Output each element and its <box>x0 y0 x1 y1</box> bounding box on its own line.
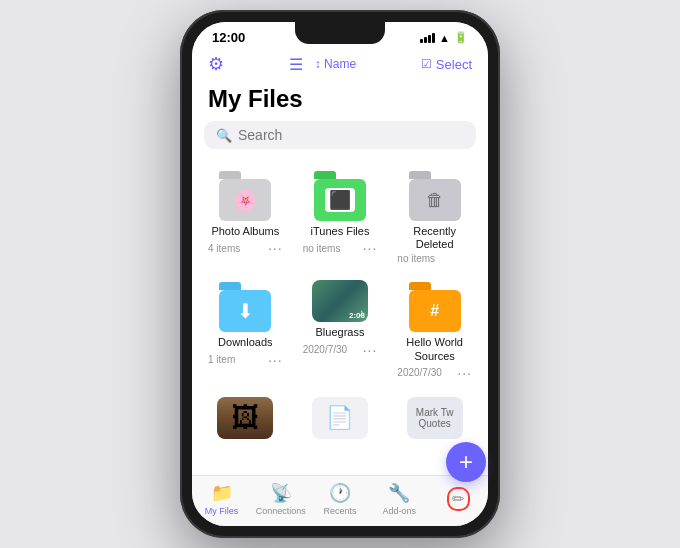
toolbar: ⚙ ☰ ↕ Name ☑ Select <box>192 49 488 81</box>
file-name: Downloads <box>218 336 272 349</box>
list-icon[interactable]: ☰ <box>289 55 303 74</box>
more-icon[interactable]: ··· <box>363 240 378 256</box>
notch <box>295 22 385 44</box>
add-icon: + <box>459 448 473 476</box>
mona-lisa-thumb: 🖼 <box>217 397 273 439</box>
file-meta: 1 item ··· <box>204 352 287 368</box>
tab-label: Add-ons <box>382 506 416 516</box>
search-input[interactable] <box>238 127 464 143</box>
addons-icon: 🔧 <box>388 482 410 504</box>
phone-screen: 12:00 ▲ 🔋 ⚙ ☰ ↕ Name ☑ Select <box>192 22 488 526</box>
file-name: Photo Albums <box>211 225 279 238</box>
list-item[interactable]: # Hello World Sources 2020/7/30 ··· <box>389 272 480 384</box>
video-bluegrass-thumb: 2:08 ♪ <box>312 280 368 322</box>
page-title: My Files <box>192 81 488 121</box>
edit-tab-highlight: ✏ <box>447 487 470 511</box>
tab-connections[interactable]: 📡 Connections <box>251 482 310 516</box>
file-meta: no items <box>393 253 476 264</box>
file-meta: no items ··· <box>299 240 382 256</box>
list-item[interactable]: 2:08 ♪ Bluegrass 2020/7/30 ··· <box>295 272 386 384</box>
edit-icon: ✏ <box>452 490 465 507</box>
wifi-icon: ▲ <box>439 32 450 44</box>
file-count: no items <box>303 243 341 254</box>
file-meta: 4 items ··· <box>204 240 287 256</box>
toolbar-center: ☰ ↕ Name <box>289 55 356 74</box>
sort-icon[interactable]: ↕ Name <box>315 57 356 71</box>
tab-label: Recents <box>323 506 356 516</box>
tab-recents[interactable]: 🕐 Recents <box>310 482 369 516</box>
files-grid: 🌸 Photo Albums 4 items ··· ⬛ iTunes File… <box>192 157 488 475</box>
tab-label: Connections <box>256 506 306 516</box>
file-date: 2020/7/30 <box>397 367 442 378</box>
file-name: Bluegrass <box>316 326 365 339</box>
tab-edit[interactable]: ✏ <box>429 487 488 511</box>
list-item[interactable]: 🗑 Recently Deleted no items <box>389 161 480 268</box>
more-icon[interactable]: ··· <box>457 365 472 381</box>
folder-photo-albums-icon: 🌸 <box>217 169 273 221</box>
select-checkbox-icon: ☑ <box>421 57 432 71</box>
folder-hello-world-icon: # <box>407 280 463 332</box>
file-name: Hello World Sources <box>393 336 476 362</box>
search-icon: 🔍 <box>216 128 232 143</box>
file-meta: 2020/7/30 ··· <box>299 342 382 358</box>
folder-downloads-icon: ⬇ <box>217 280 273 332</box>
list-item[interactable]: 🖼 <box>200 389 291 447</box>
tab-label: My Files <box>205 506 239 516</box>
my-files-icon: 📁 <box>211 482 233 504</box>
tab-addons[interactable]: 🔧 Add-ons <box>370 482 429 516</box>
search-bar[interactable]: 🔍 <box>204 121 476 149</box>
list-item[interactable]: ⬇ Downloads 1 item ··· <box>200 272 291 384</box>
more-icon[interactable]: ··· <box>268 240 283 256</box>
status-icons: ▲ 🔋 <box>420 31 468 44</box>
tab-my-files[interactable]: 📁 My Files <box>192 482 251 516</box>
more-icon[interactable]: ··· <box>363 342 378 358</box>
settings-icon[interactable]: ⚙ <box>208 53 224 75</box>
connections-icon: 📡 <box>270 482 292 504</box>
select-button[interactable]: ☑ Select <box>421 57 472 72</box>
doc-thumb: 📄 <box>312 397 368 439</box>
folder-itunes-icon: ⬛ <box>312 169 368 221</box>
music-note-icon: ♪ <box>359 307 364 318</box>
file-count: no items <box>397 253 435 264</box>
more-icon[interactable]: ··· <box>268 352 283 368</box>
file-date: 2020/7/30 <box>303 344 348 355</box>
file-count: 1 item <box>208 354 235 365</box>
file-name: iTunes Files <box>311 225 370 238</box>
file-count: 4 items <box>208 243 240 254</box>
list-item[interactable]: 🌸 Photo Albums 4 items ··· <box>200 161 291 268</box>
list-item[interactable]: 📄 <box>295 389 386 447</box>
add-fab-button[interactable]: + <box>446 442 486 482</box>
battery-icon: 🔋 <box>454 31 468 44</box>
folder-recently-deleted-icon: 🗑 <box>407 169 463 221</box>
file-name: Recently Deleted <box>393 225 476 251</box>
recents-icon: 🕐 <box>329 482 351 504</box>
phone-frame: 12:00 ▲ 🔋 ⚙ ☰ ↕ Name ☑ Select <box>180 10 500 538</box>
status-time: 12:00 <box>212 30 245 45</box>
list-item[interactable]: ⬛ iTunes Files no items ··· <box>295 161 386 268</box>
tab-bar: 📁 My Files 📡 Connections 🕐 Recents 🔧 Add… <box>192 475 488 526</box>
file-meta: 2020/7/30 ··· <box>393 365 476 381</box>
signal-icon <box>420 33 435 43</box>
text-thumb: Mark Tw Quotes <box>407 397 463 439</box>
list-item[interactable]: Mark Tw Quotes <box>389 389 480 447</box>
